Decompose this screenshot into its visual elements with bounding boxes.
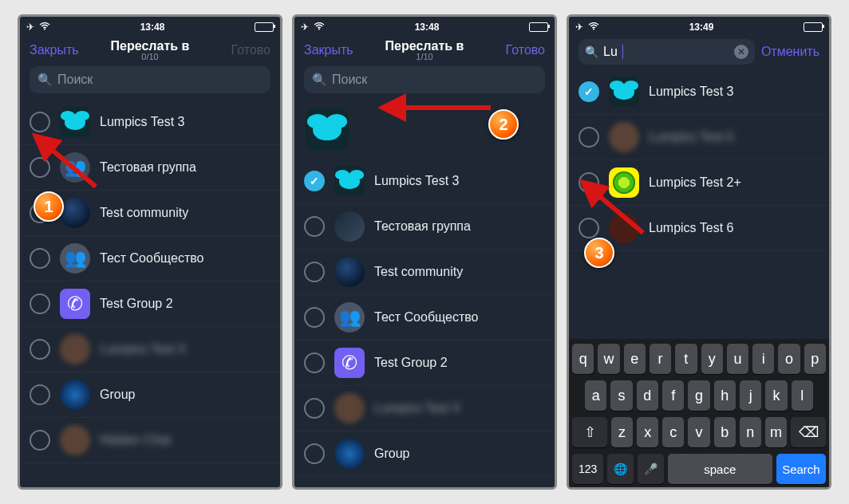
key-k[interactable]: k <box>765 380 787 411</box>
chat-row-group[interactable]: Group <box>20 372 280 418</box>
key-m[interactable]: m <box>765 417 787 447</box>
select-radio[interactable] <box>30 293 50 314</box>
close-button[interactable]: Закрыть <box>304 43 360 57</box>
key-e[interactable]: e <box>624 344 646 374</box>
chat-row-lumpics3[interactable]: Lumpics Test 3 <box>20 100 280 145</box>
chat-label: Lumpics Test X <box>100 342 186 356</box>
select-radio[interactable] <box>304 443 325 464</box>
key-s[interactable]: s <box>610 380 632 411</box>
key-w[interactable]: w <box>598 344 619 374</box>
search-placeholder: Поиск <box>332 73 367 87</box>
avatar: 👥 <box>60 243 90 274</box>
key-l[interactable]: l <box>792 380 813 411</box>
key-o[interactable]: o <box>778 344 800 374</box>
search-input[interactable]: 🔍 Поиск <box>304 66 545 93</box>
chat-row-testgroup[interactable]: 👥 Тестовая группа <box>20 145 280 191</box>
chat-row-testcomm-ru[interactable]: 👥 Тест Сообщество <box>294 295 555 341</box>
chat-row-testgroup2[interactable]: ✆ Test Group 2 <box>294 341 555 386</box>
key-g[interactable]: g <box>688 380 709 411</box>
key-c[interactable]: c <box>662 417 684 447</box>
key-n[interactable]: n <box>740 417 761 447</box>
key-globe[interactable]: 🌐 <box>607 454 634 484</box>
key-q[interactable]: q <box>572 344 594 374</box>
close-button[interactable]: Закрыть <box>30 43 85 57</box>
chat-label: Тест Сообщество <box>100 251 204 266</box>
chat-label: Test community <box>374 265 463 279</box>
select-radio[interactable] <box>304 352 325 373</box>
result-hidden[interactable]: Lumpics Test 5 <box>569 115 829 160</box>
key-j[interactable]: j <box>740 380 761 411</box>
key-backspace[interactable]: ⌫ <box>791 417 826 447</box>
svg-point-2 <box>593 29 594 30</box>
select-radio[interactable] <box>304 398 325 419</box>
key-h[interactable]: h <box>714 380 736 411</box>
select-radio[interactable] <box>30 384 50 405</box>
key-a[interactable]: a <box>585 380 606 411</box>
key-123[interactable]: 123 <box>572 454 603 484</box>
avatar: 👥 <box>60 152 90 183</box>
cancel-button[interactable]: Отменить <box>761 45 819 59</box>
key-b[interactable]: b <box>714 417 736 447</box>
chat-label: Hidden Chat <box>100 433 171 447</box>
key-space[interactable]: space <box>668 454 772 484</box>
done-button[interactable]: Готово <box>489 43 545 57</box>
chat-row-testgroup2[interactable]: ✆ Test Group 2 <box>20 282 280 327</box>
avatar <box>60 380 90 410</box>
chat-row-testcommunity[interactable]: Test community <box>294 250 555 295</box>
key-x[interactable]: x <box>637 417 658 447</box>
battery-icon <box>529 22 548 32</box>
status-time: 13:48 <box>140 22 165 33</box>
chat-row-group[interactable]: Group <box>294 431 555 477</box>
key-i[interactable]: i <box>752 344 774 374</box>
select-radio-checked[interactable] <box>304 171 325 191</box>
clear-search-button[interactable]: ✕ <box>734 45 748 59</box>
key-r[interactable]: r <box>650 344 671 374</box>
select-radio[interactable] <box>304 307 325 328</box>
select-radio[interactable] <box>304 262 325 282</box>
chat-row-hidden[interactable]: Lumpics Test X <box>20 327 280 372</box>
battery-icon <box>804 22 823 32</box>
nav-bar: Закрыть Переслать в 1/10 Готово <box>294 36 555 66</box>
key-z[interactable]: z <box>611 417 633 447</box>
key-v[interactable]: v <box>688 417 709 447</box>
chat-list: Lumpics Test 3 Тестовая группа Test comm… <box>294 159 555 487</box>
result-lumpics3[interactable]: Lumpics Test 3 <box>569 69 829 115</box>
search-icon: 🔍 <box>38 73 53 87</box>
key-shift[interactable]: ⇧ <box>572 417 607 447</box>
chat-row-testgroup[interactable]: Тестовая группа <box>294 204 555 250</box>
key-search[interactable]: Search <box>776 454 826 484</box>
select-radio[interactable] <box>30 430 50 451</box>
chat-row-testcommunity[interactable]: Test community <box>20 191 280 236</box>
done-button[interactable]: Готово <box>215 43 270 57</box>
chat-row-hidden[interactable]: Lumpics Test X <box>294 386 555 431</box>
search-input[interactable]: 🔍 Поиск <box>30 66 270 93</box>
select-radio[interactable] <box>579 172 599 193</box>
key-d[interactable]: d <box>637 380 658 411</box>
chat-row-testcomm-ru[interactable]: 👥 Тест Сообщество <box>20 236 280 282</box>
select-radio-checked[interactable] <box>579 81 599 102</box>
select-radio[interactable] <box>30 157 50 178</box>
search-results: Lumpics Test 3 Lumpics Test 5 Lumpics Te… <box>569 69 829 339</box>
select-radio[interactable] <box>30 203 50 223</box>
select-radio[interactable] <box>579 127 599 148</box>
select-radio[interactable] <box>30 112 50 132</box>
search-input-active[interactable]: 🔍 Lu ✕ <box>579 39 755 65</box>
key-u[interactable]: u <box>727 344 748 374</box>
select-radio[interactable] <box>304 216 325 237</box>
result-lumpics2[interactable]: Lumpics Test 2+ <box>569 160 829 206</box>
ios-keyboard[interactable]: qwertyuiop asdfghjkl ⇧ zxcvbnm ⌫ 123 🌐 🎤… <box>569 339 829 487</box>
select-radio[interactable] <box>579 218 599 238</box>
result-lumpics6[interactable]: Lumpics Test 6 <box>569 206 829 251</box>
select-radio[interactable] <box>30 248 50 269</box>
key-mic[interactable]: 🎤 <box>638 454 664 484</box>
chat-row-hidden2[interactable]: Hidden Chat <box>20 418 280 463</box>
avatar <box>334 393 365 423</box>
select-radio[interactable] <box>30 339 50 360</box>
key-t[interactable]: t <box>675 344 697 374</box>
chat-list: Lumpics Test 3 👥 Тестовая группа Test co… <box>20 100 280 487</box>
key-y[interactable]: y <box>701 344 723 374</box>
chat-row-lumpics3[interactable]: Lumpics Test 3 <box>294 159 555 204</box>
avatar <box>334 166 365 196</box>
key-f[interactable]: f <box>662 380 684 411</box>
key-p[interactable]: p <box>804 344 826 374</box>
